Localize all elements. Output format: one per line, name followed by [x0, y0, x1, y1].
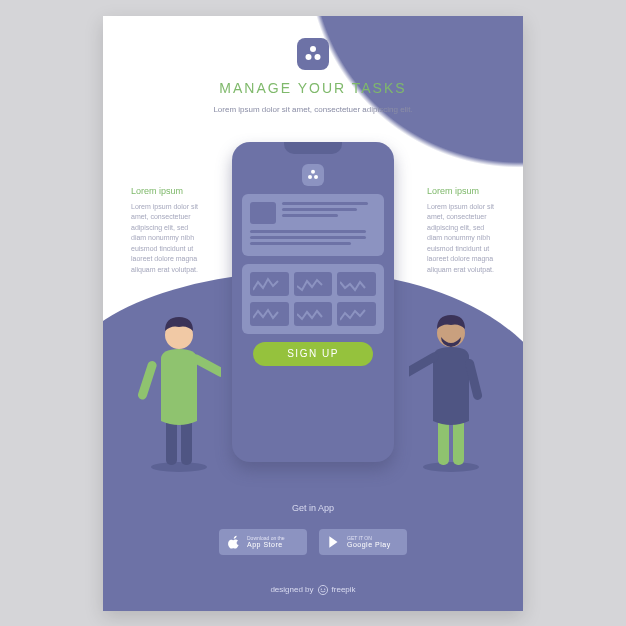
- card-text-lines: [282, 202, 376, 224]
- illustration-person-right: [409, 303, 493, 473]
- svg-point-6: [151, 462, 207, 472]
- signup-button[interactable]: SIGN UP: [253, 342, 373, 366]
- svg-point-0: [310, 46, 316, 52]
- get-in-app-label: Get in App: [103, 503, 523, 513]
- feature-left-title: Lorem ipsum: [131, 186, 203, 196]
- svg-point-20: [318, 585, 327, 594]
- mini-chart: [337, 272, 376, 296]
- three-dots-logo-icon: [304, 45, 322, 63]
- feature-block-left: Lorem ipsum Lorem ipsum dolor sit amet, …: [131, 186, 203, 276]
- mini-chart: [294, 302, 333, 326]
- freepik-icon: [318, 585, 328, 595]
- mini-charts-row: [250, 302, 376, 326]
- app-store-big: App Store: [247, 541, 285, 548]
- mini-chart: [250, 272, 289, 296]
- google-play-big: Google Play: [347, 541, 391, 548]
- store-badges: Download on the App Store GET IT ON Goog…: [103, 529, 523, 555]
- phone-app-logo: [302, 164, 324, 186]
- google-play-badge[interactable]: GET IT ON Google Play: [319, 529, 407, 555]
- phone-notch: [284, 142, 342, 154]
- mini-chart: [294, 272, 333, 296]
- content-card-1: [242, 194, 384, 256]
- svg-point-21: [320, 588, 321, 589]
- svg-rect-10: [137, 359, 158, 400]
- feature-left-text: Lorem ipsum dolor sit amet, consectetuer…: [131, 202, 203, 276]
- svg-point-22: [324, 588, 325, 589]
- svg-point-2: [315, 54, 321, 60]
- phone-mockup: SIGN UP: [232, 142, 394, 462]
- page-title: MANAGE YOUR TASKS: [103, 80, 523, 96]
- google-play-icon: [327, 535, 341, 549]
- attribution: designed by freepik: [103, 585, 523, 595]
- mini-chart: [337, 302, 376, 326]
- svg-point-5: [314, 175, 318, 179]
- app-store-badge[interactable]: Download on the App Store: [219, 529, 307, 555]
- feature-right-text: Lorem ipsum dolor sit amet, consectetuer…: [427, 202, 499, 276]
- svg-point-1: [306, 54, 312, 60]
- apple-icon: [227, 535, 241, 549]
- card-thumbnail: [250, 202, 276, 224]
- feature-block-right: Lorem ipsum Lorem ipsum dolor sit amet, …: [427, 186, 499, 276]
- app-logo: [297, 38, 329, 70]
- feature-right-title: Lorem ipsum: [427, 186, 499, 196]
- three-dots-logo-icon: [307, 169, 319, 181]
- attribution-brand: freepik: [332, 585, 356, 594]
- mini-chart: [250, 302, 289, 326]
- mini-charts-row: [250, 272, 376, 296]
- content-card-2: [242, 264, 384, 334]
- illustration-person-left: [137, 303, 221, 473]
- page-subtitle: Lorem ipsum dolor sit amet, consectetuer…: [183, 104, 443, 116]
- svg-point-13: [423, 462, 479, 472]
- svg-point-3: [311, 169, 315, 173]
- attribution-text: designed by: [270, 585, 313, 594]
- svg-point-4: [308, 175, 312, 179]
- flyer-page: MANAGE YOUR TASKS Lorem ipsum dolor sit …: [103, 16, 523, 611]
